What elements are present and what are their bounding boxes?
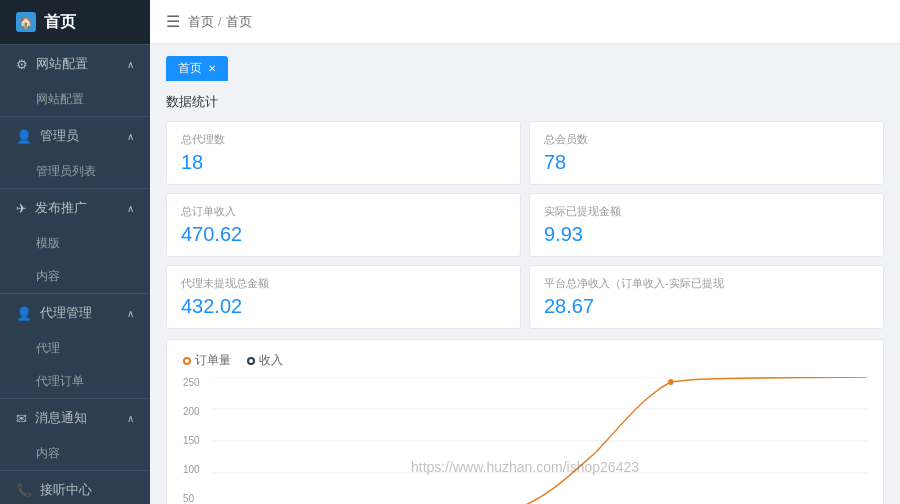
agent-icon: 👤 bbox=[16, 306, 32, 321]
sidebar-group-support-label: 接听中心 bbox=[40, 481, 92, 499]
sidebar-item-content[interactable]: 内容 bbox=[0, 260, 150, 293]
sidebar-group-admin[interactable]: 👤 管理员 ∧ bbox=[0, 117, 150, 155]
sidebar-logo-label: 首页 bbox=[44, 12, 76, 33]
sidebar-group-website-label: 网站配置 bbox=[36, 55, 88, 73]
user-icon: 👤 bbox=[16, 129, 32, 144]
sidebar-group-website[interactable]: ⚙ 网站配置 ∧ bbox=[0, 45, 150, 83]
stat-label-3: 实际已提现金额 bbox=[544, 204, 869, 219]
home-icon: 🏠 bbox=[16, 12, 36, 32]
stat-label-2: 总订单收入 bbox=[181, 204, 506, 219]
sidebar-logo[interactable]: 🏠 首页 bbox=[0, 0, 150, 44]
stats-grid: 总代理数 18 总会员数 78 总订单收入 470.62 实际已提现金额 9.9… bbox=[166, 121, 884, 329]
chevron-icon-4: ∧ bbox=[127, 308, 134, 319]
stat-card-4: 代理未提现总金额 432.02 bbox=[166, 265, 521, 329]
content-area: 首页 ✕ 数据统计 总代理数 18 总会员数 78 总订单收入 470.62 实… bbox=[150, 44, 900, 504]
sidebar-section-support: 📞 接听中心 bbox=[0, 470, 150, 504]
chart-container: 订单量 收入 https://www.huzhan.com/ishop26423… bbox=[166, 339, 884, 504]
sidebar-group-admin-label: 管理员 bbox=[40, 127, 79, 145]
y-label-150: 150 bbox=[183, 435, 200, 446]
legend-dot-revenue bbox=[247, 357, 255, 365]
main-area: ☰ 首页 / 首页 首页 ✕ 数据统计 总代理数 18 总会员数 78 bbox=[150, 0, 900, 504]
stat-card-0: 总代理数 18 bbox=[166, 121, 521, 185]
sidebar-item-agent[interactable]: 代理 bbox=[0, 332, 150, 365]
stats-title: 数据统计 bbox=[166, 93, 884, 111]
sidebar-group-agent-label: 代理管理 bbox=[40, 304, 92, 322]
sidebar-group-publish-label: 发布推广 bbox=[35, 199, 87, 217]
breadcrumb: 首页 / 首页 bbox=[188, 13, 252, 31]
stat-label-1: 总会员数 bbox=[544, 132, 869, 147]
chart-inner bbox=[213, 377, 867, 504]
sidebar-section-website: ⚙ 网站配置 ∧ 网站配置 bbox=[0, 44, 150, 116]
sidebar: 🏠 首页 ⚙ 网站配置 ∧ 网站配置 👤 管理员 ∧ 管理员列表 bbox=[0, 0, 150, 504]
stat-card-1: 总会员数 78 bbox=[529, 121, 884, 185]
breadcrumb-sep: / bbox=[218, 14, 222, 29]
stat-value-0: 18 bbox=[181, 151, 506, 174]
y-label-200: 200 bbox=[183, 406, 200, 417]
sidebar-group-publish[interactable]: ✈ 发布推广 ∧ bbox=[0, 189, 150, 227]
breadcrumb-home[interactable]: 首页 bbox=[188, 13, 214, 31]
chevron-icon-3: ∧ bbox=[127, 203, 134, 214]
y-label-250: 250 bbox=[183, 377, 200, 388]
stat-value-2: 470.62 bbox=[181, 223, 506, 246]
y-label-100: 100 bbox=[183, 464, 200, 475]
legend-dot-orders bbox=[183, 357, 191, 365]
stat-card-3: 实际已提现金额 9.93 bbox=[529, 193, 884, 257]
sidebar-section-publish: ✈ 发布推广 ∧ 模版 内容 bbox=[0, 188, 150, 293]
tab-home-label: 首页 bbox=[178, 60, 202, 77]
chart-svg bbox=[213, 377, 867, 504]
menu-toggle-icon[interactable]: ☰ bbox=[166, 12, 180, 31]
sidebar-section-agent: 👤 代理管理 ∧ 代理 代理订单 bbox=[0, 293, 150, 398]
publish-icon: ✈ bbox=[16, 201, 27, 216]
chevron-icon: ∧ bbox=[127, 59, 134, 70]
y-label-50: 50 bbox=[183, 493, 200, 504]
legend-revenue-label: 收入 bbox=[259, 352, 283, 369]
legend-orders: 订单量 bbox=[183, 352, 231, 369]
gear-icon: ⚙ bbox=[16, 57, 28, 72]
sidebar-group-notify-label: 消息通知 bbox=[35, 409, 87, 427]
sidebar-item-template[interactable]: 模版 bbox=[0, 227, 150, 260]
chevron-icon-2: ∧ bbox=[127, 131, 134, 142]
topbar: ☰ 首页 / 首页 bbox=[150, 0, 900, 44]
tab-bar: 首页 ✕ bbox=[166, 56, 884, 81]
chart-legend: 订单量 收入 bbox=[183, 352, 867, 369]
sidebar-group-agent[interactable]: 👤 代理管理 ∧ bbox=[0, 294, 150, 332]
breadcrumb-current: 首页 bbox=[226, 13, 252, 31]
tab-home[interactable]: 首页 ✕ bbox=[166, 56, 228, 81]
sidebar-section-admin: 👤 管理员 ∧ 管理员列表 bbox=[0, 116, 150, 188]
stat-value-4: 432.02 bbox=[181, 295, 506, 318]
sidebar-group-support[interactable]: 📞 接听中心 bbox=[0, 471, 150, 504]
legend-orders-label: 订单量 bbox=[195, 352, 231, 369]
stat-card-2: 总订单收入 470.62 bbox=[166, 193, 521, 257]
stat-value-3: 9.93 bbox=[544, 223, 869, 246]
legend-revenue: 收入 bbox=[247, 352, 283, 369]
y-axis-labels: 250 200 150 100 50 0 bbox=[183, 377, 200, 504]
sidebar-item-agent-order[interactable]: 代理订单 bbox=[0, 365, 150, 398]
stat-card-5: 平台总净收入（订单收入-实际已提现 28.67 bbox=[529, 265, 884, 329]
chevron-icon-5: ∧ bbox=[127, 413, 134, 424]
stat-value-5: 28.67 bbox=[544, 295, 869, 318]
phone-icon: 📞 bbox=[16, 483, 32, 498]
stat-label-5: 平台总净收入（订单收入-实际已提现 bbox=[544, 276, 869, 291]
sidebar-item-website-config[interactable]: 网站配置 bbox=[0, 83, 150, 116]
stat-value-1: 78 bbox=[544, 151, 869, 174]
sidebar-group-notify[interactable]: ✉ 消息通知 ∧ bbox=[0, 399, 150, 437]
mail-icon: ✉ bbox=[16, 411, 27, 426]
chart-area: https://www.huzhan.com/ishop26423 250 20… bbox=[183, 377, 867, 504]
tab-close-icon[interactable]: ✕ bbox=[208, 63, 216, 74]
stat-label-0: 总代理数 bbox=[181, 132, 506, 147]
svg-point-6 bbox=[668, 379, 674, 385]
stat-label-4: 代理未提现总金额 bbox=[181, 276, 506, 291]
sidebar-item-admin-list[interactable]: 管理员列表 bbox=[0, 155, 150, 188]
sidebar-item-notify-content[interactable]: 内容 bbox=[0, 437, 150, 470]
sidebar-section-notify: ✉ 消息通知 ∧ 内容 bbox=[0, 398, 150, 470]
